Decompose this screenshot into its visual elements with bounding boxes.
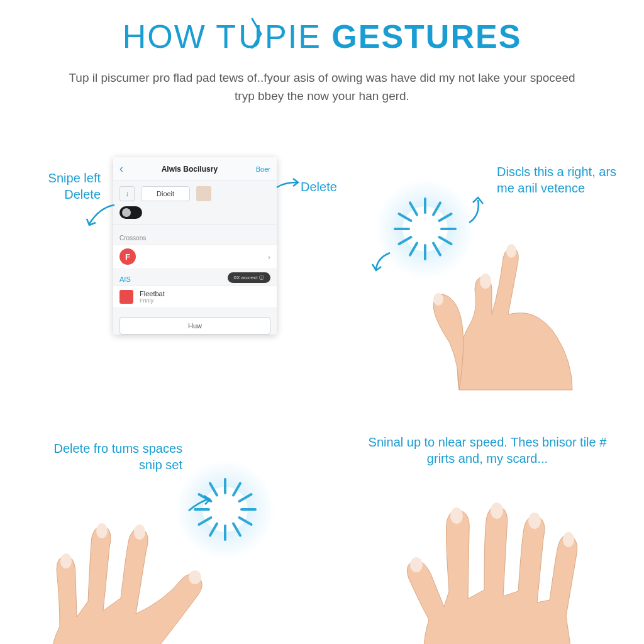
callout-swipe-left: Snipe left Delete bbox=[25, 170, 101, 203]
phone-title: Alwis Bocilusry bbox=[162, 165, 218, 174]
svg-point-9 bbox=[491, 502, 503, 519]
callout-bottom-right: Sninal up to nlear speed. Thes bnisor ti… bbox=[358, 434, 616, 467]
title-part-3: GESTURES bbox=[331, 18, 521, 55]
title-part-2: PIE bbox=[265, 18, 321, 55]
section-label-1: Crossons bbox=[113, 224, 277, 244]
image-thumb-icon[interactable] bbox=[196, 186, 211, 201]
subtitle: Tup il piscumer pro flad pad tews of..fy… bbox=[0, 69, 644, 105]
hand-illustration bbox=[415, 214, 591, 390]
hand-illustration bbox=[384, 484, 597, 644]
chevron-right-icon: › bbox=[268, 252, 270, 262]
svg-point-8 bbox=[450, 508, 463, 524]
list-item-subtitle: Fnniy bbox=[140, 297, 165, 304]
phone-header: ‹ Alwis Bocilusry Boer bbox=[113, 157, 277, 181]
svg-point-2 bbox=[433, 293, 443, 306]
page-title: HOW TUPIE GESTURES bbox=[0, 18, 644, 55]
svg-point-7 bbox=[410, 557, 423, 572]
callout-top-right: Discls this a right, ars me anil vetence bbox=[497, 164, 623, 196]
svg-point-1 bbox=[506, 244, 516, 258]
arrow-icon bbox=[82, 203, 119, 234]
phone-action-button[interactable]: Boer bbox=[256, 165, 270, 173]
svg-point-11 bbox=[563, 532, 574, 547]
app-icon bbox=[119, 290, 133, 304]
curve-arrow-icon bbox=[371, 249, 395, 273]
svg-point-5 bbox=[134, 525, 145, 540]
phone-center-button[interactable]: Dioeit bbox=[141, 186, 190, 201]
phone-mockup: ‹ Alwis Bocilusry Boer ↓ Dioeit Crossons… bbox=[113, 157, 277, 335]
list-item[interactable]: F › bbox=[113, 244, 277, 269]
back-icon[interactable]: ‹ bbox=[119, 162, 123, 175]
hand-illustration bbox=[25, 501, 226, 644]
phone-toolbar-row: ↓ Dioeit bbox=[113, 181, 277, 206]
status-pill: 0X acorect ⓘ bbox=[228, 272, 270, 283]
svg-point-4 bbox=[96, 523, 108, 538]
phone-toggle-row bbox=[113, 206, 277, 224]
svg-point-0 bbox=[480, 274, 491, 289]
list-item-title: Fleetbat bbox=[140, 290, 165, 297]
svg-point-10 bbox=[528, 513, 541, 529]
download-icon[interactable]: ↓ bbox=[119, 186, 135, 201]
arrow-icon bbox=[275, 176, 301, 192]
title-part-1: HOW T bbox=[123, 18, 237, 55]
app-icon: F bbox=[119, 248, 136, 265]
callout-delete: Delete bbox=[301, 179, 337, 195]
phone-footer-button[interactable]: Huw bbox=[119, 317, 270, 335]
svg-point-3 bbox=[60, 553, 72, 569]
svg-point-6 bbox=[189, 570, 201, 584]
list-item[interactable]: Fleetbat Fnniy bbox=[113, 286, 277, 308]
callout-bottom-left: Delete fro tums spaces snip set bbox=[38, 440, 182, 473]
section-label-2: AIS bbox=[113, 269, 137, 286]
toggle-switch[interactable] bbox=[119, 206, 142, 219]
